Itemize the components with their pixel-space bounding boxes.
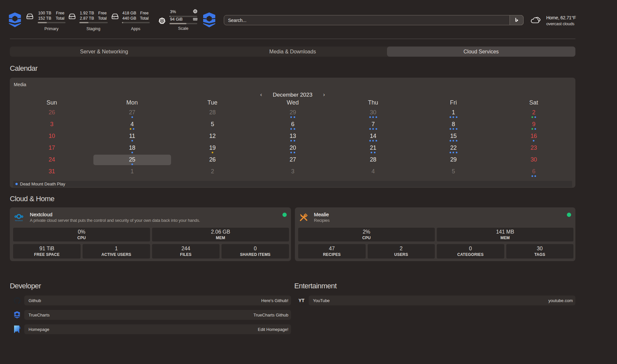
svg-text:Nextcloud: Nextcloud (15, 220, 23, 221)
